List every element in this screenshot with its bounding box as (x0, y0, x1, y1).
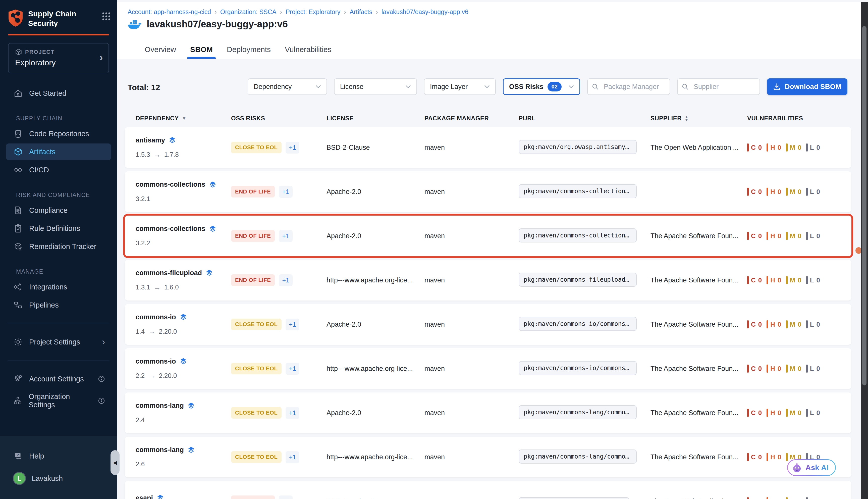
purl-pill[interactable]: pkg:maven/commons-io/commons-io@… (519, 317, 637, 331)
column-header-dependency[interactable]: DEPENDENCY ▼ (136, 115, 231, 122)
sidebar-item-integrations[interactable]: Integrations (6, 279, 111, 295)
medium-count: M0 (786, 365, 802, 373)
table-row[interactable]: esapi → END OF LIFE +1 BSD-Creative Comm… (125, 481, 852, 499)
download-sbom-button[interactable]: Download SBOM (767, 78, 847, 95)
table-row[interactable]: commons-lang 2.6 → CLOSE TO EOL +1 http-… (125, 437, 852, 477)
low-bar (806, 232, 808, 240)
sidebar-item-cicd[interactable]: CI/CD (6, 161, 111, 178)
license-cell: http---www.apache.org-lice... (326, 276, 424, 284)
image-layer-filter-dropdown[interactable]: Image Layer (424, 78, 496, 95)
sidebar-item-rule-definitions[interactable]: Rule Definitions (6, 220, 111, 237)
table-row[interactable]: commons-io 2.2 → 2.20.0 CLOSE TO EOL +1 … (125, 348, 852, 389)
purl-pill[interactable]: pkg:maven/commons-lang/commons-l… (519, 405, 637, 419)
sidebar-item-artifacts[interactable]: Artifacts (6, 144, 111, 160)
purl-pill[interactable]: pkg:maven/commons-io/commons-io@… (519, 361, 637, 375)
sidebar-item-label: Rule Definitions (29, 224, 80, 233)
table-row[interactable]: commons-lang 2.4 → CLOSE TO EOL +1 Apach… (125, 392, 852, 433)
oss-risk-more-badge[interactable]: +1 (279, 275, 293, 286)
info-icon[interactable] (98, 375, 105, 382)
critical-bar (747, 188, 749, 196)
sbom-table: DEPENDENCY ▼ OSS RISKS LICENSE PACKAGE M… (125, 112, 852, 499)
table-row[interactable]: antisamy 1.5.3 → 1.7.8 CLOSE TO EOL +1 B… (125, 127, 852, 168)
oss-risk-more-badge[interactable]: +1 (279, 496, 293, 499)
ask-ai-button[interactable]: Ask AI (787, 459, 836, 476)
supplier-search-input[interactable] (677, 78, 760, 95)
oss-risk-badge: CLOSE TO EOL (231, 319, 282, 330)
low-bar (806, 365, 808, 373)
oss-risk-more-badge[interactable]: +1 (286, 407, 299, 419)
breadcrumb-project[interactable]: Project: Exploratory (286, 8, 340, 15)
gear-icon (14, 338, 23, 346)
dependency-version: 1.3.1 (136, 283, 150, 291)
critical-count: C0 (747, 144, 762, 151)
low-bar (806, 188, 808, 196)
filter-bar: Dependency License Image Layer OSS Risks… (248, 78, 760, 95)
sidebar-item-pipelines[interactable]: Pipelines (6, 297, 111, 313)
total-count: Total: 12 (127, 83, 160, 92)
sidebar-item-project-settings[interactable]: Project Settings › (6, 333, 111, 351)
vulnerabilities-cell: C0 H0 M0 L0 (747, 232, 852, 240)
table-row[interactable]: commons-collections 3.2.1 → END OF LIFE … (125, 171, 852, 212)
scrollbar-track[interactable] (861, 2, 868, 499)
tab-sbom[interactable]: SBOM (190, 45, 213, 59)
project-selector[interactable]: PROJECT Exploratory › (8, 43, 109, 73)
breadcrumb-account[interactable]: Account: app-harness-ng-cicd (127, 8, 211, 15)
oss-risk-more-badge[interactable]: +1 (286, 451, 299, 463)
layers-gear-icon (14, 374, 23, 384)
info-icon[interactable] (98, 397, 105, 404)
tab-deployments[interactable]: Deployments (227, 45, 271, 59)
oss-risk-more-badge[interactable]: +1 (286, 142, 299, 154)
artifacts-cube-icon (14, 147, 23, 156)
critical-bar (747, 320, 749, 328)
scrollbar-thumb[interactable] (862, 26, 867, 386)
package-manager-search-input[interactable] (587, 78, 670, 95)
app-switcher-icon[interactable] (102, 12, 111, 21)
table-row[interactable]: commons-fileupload 1.3.1 → 1.6.0 END OF … (125, 260, 852, 301)
oss-risk-more-badge[interactable]: +1 (286, 319, 299, 330)
oss-risk-badge: CLOSE TO EOL (231, 363, 282, 374)
breadcrumb-artifact-name[interactable]: lavakush07/easy-buggy-app:v6 (382, 8, 468, 15)
breadcrumb-artifacts[interactable]: Artifacts (350, 8, 372, 15)
ai-robot-icon (791, 462, 803, 473)
purl-pill[interactable]: pkg:maven/commons-fileupload/com… (519, 272, 637, 287)
infinity-icon (14, 165, 23, 174)
low-bar (806, 497, 808, 499)
oss-risk-more-badge[interactable]: +1 (286, 363, 299, 375)
license-filter-dropdown[interactable]: License (334, 78, 417, 95)
tab-overview[interactable]: Overview (145, 45, 176, 59)
supplier-cell: The Open Web Application ... (650, 144, 747, 151)
breadcrumb-organization[interactable]: Organization: SSCA (220, 8, 276, 15)
purl-pill[interactable]: pkg:maven/commons-collections/co… (519, 228, 637, 242)
sidebar-item-account-settings[interactable]: Account Settings (6, 370, 111, 387)
oss-risk-more-badge[interactable]: +1 (279, 186, 293, 198)
tab-vulnerabilities[interactable]: Vulnerabilities (285, 45, 332, 59)
sidebar-item-help[interactable]: ? Help (6, 448, 111, 464)
low-count: L0 (806, 320, 820, 328)
license-cell: http---www.apache.org-lice... (326, 365, 424, 373)
license-cell: Apache-2.0 (326, 409, 424, 417)
purl-pill[interactable] (519, 497, 629, 499)
oss-risks-filter-dropdown[interactable]: OSS Risks 02 (503, 78, 580, 95)
project-name: Exploratory (15, 58, 102, 67)
user-menu[interactable]: L Lavakush (6, 469, 111, 488)
sidebar-item-remediation-tracker[interactable]: Remediation Tracker (6, 238, 111, 255)
upgrade-arrow-icon: → (154, 151, 161, 159)
table-row[interactable]: commons-io 1.4 → 2.20.0 CLOSE TO EOL +1 … (125, 304, 852, 345)
purl-pill[interactable]: pkg:maven/commons-collections/co… (519, 184, 637, 198)
purl-pill[interactable]: pkg:maven/commons-lang/commons-l… (519, 450, 637, 464)
dependency-filter-dropdown[interactable]: Dependency (248, 78, 327, 95)
sidebar-item-organization-settings[interactable]: Organization Settings (6, 389, 111, 413)
sidebar-collapse-handle[interactable]: ◀ (111, 450, 120, 475)
layers-icon (187, 446, 195, 454)
purl-pill[interactable]: pkg:maven/org.owasp.antisamy/ant… (519, 140, 637, 154)
table-row[interactable]: commons-collections 3.2.2 → END OF LIFE … (125, 216, 852, 256)
chevron-down-icon (315, 85, 321, 88)
sidebar-item-compliance[interactable]: Compliance (6, 202, 111, 219)
layers-icon (209, 225, 216, 233)
high-bar (767, 409, 768, 417)
oss-risk-more-badge[interactable]: +1 (279, 230, 293, 242)
low-count: L0 (806, 144, 820, 151)
sidebar-item-code-repositories[interactable]: Code Repositories (6, 125, 111, 142)
sidebar-item-get-started[interactable]: Get Started (6, 85, 111, 101)
column-header-supplier[interactable]: SUPPLIER ▲▼ (650, 115, 747, 122)
